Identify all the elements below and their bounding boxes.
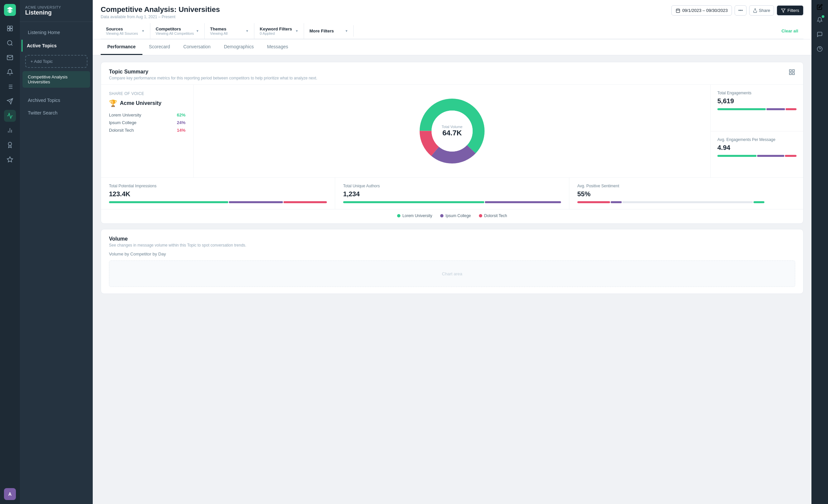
header-actions: 09/1/2023 – 09/30/2023 ••• Share Filters	[671, 5, 803, 15]
right-chat-icon[interactable]	[814, 29, 826, 40]
listening-home-label: Listening Home	[28, 30, 60, 35]
tab-scorecard[interactable]: Scorecard	[142, 39, 177, 55]
keyword-chevron-icon: ▼	[295, 29, 298, 33]
competitors-chevron-icon: ▼	[196, 29, 199, 33]
logo-icon[interactable]	[4, 4, 16, 16]
tab-messages[interactable]: Messages	[260, 39, 295, 55]
donut-panel: Total Volume 64.7K	[194, 85, 710, 177]
keyword-filters-filter[interactable]: Keyword Filters 0 Applied ▼	[254, 23, 304, 39]
bar-seg-teal	[717, 108, 766, 110]
donut-center: Total Volume 64.7K	[442, 125, 463, 137]
sidebar-item-listening-home[interactable]: Listening Home	[23, 27, 90, 38]
rail-mail-icon[interactable]	[4, 52, 16, 63]
legend-ipsum: Ipsum College	[440, 214, 471, 218]
authors-bar	[343, 201, 561, 203]
themes-filter[interactable]: Themes Viewing All ▼	[205, 23, 254, 39]
avg-engagements-block: Avg. Engagements Per Message 4.94	[711, 131, 803, 178]
rail-bar-icon[interactable]	[4, 125, 16, 136]
edit-fab-button[interactable]	[817, 4, 823, 11]
stat-sentiment: Avg. Positive Sentiment 55%	[569, 178, 803, 209]
user-avatar[interactable]: A	[4, 488, 16, 500]
rail-badge-icon[interactable]	[4, 139, 16, 151]
volume-card: Volume See changes in message volume wit…	[101, 229, 803, 294]
sources-filter-content: Sources Viewing All Sources	[106, 27, 138, 35]
sidebar-brand: Acme University Listening	[20, 5, 93, 22]
themes-chevron-icon: ▼	[245, 29, 249, 33]
svg-rect-25	[790, 70, 792, 72]
svg-rect-0	[8, 26, 10, 29]
sov-row-lorem: Lorem University 62%	[109, 112, 185, 118]
page-subtitle: Data available from Aug 1, 2021 – Presen…	[101, 14, 220, 19]
share-of-voice-panel: Share of Voice 🏆 Acme University Lorem U…	[101, 85, 194, 177]
page-title: Competitive Analysis: Universities	[101, 5, 220, 14]
sidebar-item-active-topics[interactable]: Active Topics	[22, 40, 90, 52]
sources-filter[interactable]: Sources Viewing All Sources ▼	[101, 23, 150, 39]
legend-dot-purple	[440, 214, 444, 218]
stat-row: Total Potential Impressions 123.4K Total…	[101, 177, 803, 209]
legend-lorem: Lorem University	[397, 214, 432, 218]
sov-row-ipsum: Ipsum College 24%	[109, 120, 185, 125]
stat-impressions: Total Potential Impressions 123.4K	[101, 178, 335, 209]
add-topic-button[interactable]: + Add Topic	[25, 55, 87, 68]
topic-item-competitive-analysis[interactable]: Competitive Analysis Universities	[23, 71, 90, 88]
svg-rect-26	[793, 70, 794, 72]
avg-engagements-bar	[717, 155, 796, 157]
trophy-icon: 🏆	[109, 99, 117, 107]
right-help-icon[interactable]	[814, 43, 826, 55]
impressions-bar	[109, 201, 327, 203]
svg-rect-27	[790, 73, 792, 75]
rail-home-icon[interactable]	[4, 22, 16, 34]
tab-bar: Performance Scorecard Conversation Demog…	[93, 39, 812, 55]
share-button[interactable]: Share	[749, 5, 774, 15]
svg-point-17	[8, 142, 11, 146]
legend-dolorsit: Dolorsit Tech	[479, 214, 507, 218]
bell-badge	[822, 15, 824, 18]
icon-rail: A	[0, 0, 20, 504]
rail-chart-icon[interactable]	[4, 110, 16, 122]
main-content: Competitive Analysis: Universities Data …	[93, 0, 812, 504]
tab-demographics[interactable]: Demographics	[217, 39, 260, 55]
svg-rect-3	[10, 29, 12, 31]
rail-list-icon[interactable]	[4, 81, 16, 93]
date-range-button[interactable]: 09/1/2023 – 09/30/2023	[671, 5, 732, 15]
svg-rect-1	[10, 26, 12, 29]
legend-dot-teal	[397, 214, 401, 218]
volume-body: Volume by Competitor by Day Chart area	[101, 251, 803, 293]
rail-alert-icon[interactable]	[4, 66, 16, 78]
stat-authors: Total Unique Authors 1,234	[335, 178, 569, 209]
tab-conversation[interactable]: Conversation	[176, 39, 217, 55]
more-options-button[interactable]: •••	[735, 5, 747, 15]
right-bell-icon[interactable]	[814, 14, 826, 26]
chart-legend: Lorem University Ipsum College Dolorsit …	[101, 209, 803, 223]
svg-marker-24	[781, 9, 785, 12]
sources-chevron-icon: ▼	[141, 29, 145, 33]
more-filters-filter[interactable]: More Filters ▼	[304, 25, 354, 37]
svg-marker-18	[7, 157, 13, 162]
competitors-filter[interactable]: Competitors Viewing All Competitors ▼	[150, 23, 205, 39]
sidebar: Acme University Listening Listening Home…	[20, 0, 93, 504]
clear-all-button[interactable]: Clear all	[776, 25, 803, 37]
sidebar-item-archived-topics[interactable]: Archived Topics	[23, 94, 90, 106]
svg-point-4	[8, 41, 12, 45]
svg-rect-2	[8, 29, 10, 31]
topic-summary-subtitle: Compare key performance metrics for this…	[109, 76, 317, 80]
grid-view-icon[interactable]	[789, 69, 795, 77]
right-icon-rail	[812, 0, 828, 504]
more-filters-chevron-icon: ▼	[345, 29, 348, 33]
rail-send-icon[interactable]	[4, 95, 16, 107]
avg-bar-seg-purple	[757, 155, 784, 157]
rail-search-icon[interactable]	[4, 37, 16, 49]
topic-summary-header: Topic Summary Compare key performance me…	[101, 62, 803, 84]
svg-rect-28	[793, 73, 794, 75]
sidebar-brand-sub: Acme University	[25, 5, 87, 9]
rail-star-icon[interactable]	[4, 153, 16, 166]
sov-competitors: Lorem University 62% Ipsum College 24% D…	[109, 112, 185, 133]
topic-summary-body: Share of Voice 🏆 Acme University Lorem U…	[101, 84, 803, 177]
tab-performance[interactable]: Performance	[101, 39, 142, 55]
bar-seg-pink	[786, 108, 796, 110]
engagement-panel: Total Engagements 5,619 Avg. Engagements…	[710, 85, 803, 177]
bar-seg-purple	[767, 108, 785, 110]
filters-button[interactable]: Filters	[777, 5, 803, 15]
sidebar-item-twitter-search[interactable]: Twitter Search	[23, 107, 90, 119]
sov-row-dolorsit: Dolorsit Tech 14%	[109, 128, 185, 133]
